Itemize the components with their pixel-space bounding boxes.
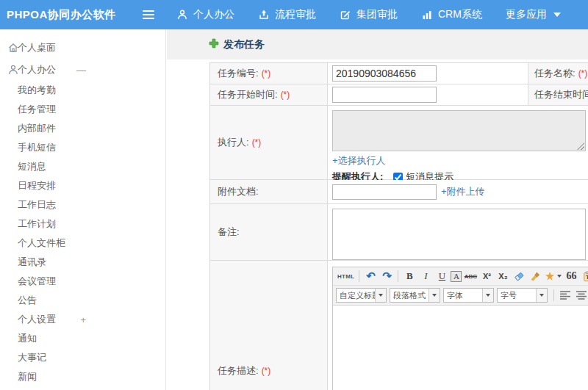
sidebar-item-memorabilia[interactable]: 大事记 — [0, 348, 165, 367]
nav-group-approval[interactable]: 集团审批 — [340, 8, 398, 21]
redo-button[interactable]: ↷ — [379, 269, 394, 284]
nav-flow-approval[interactable]: 流程审批 — [258, 8, 316, 21]
editor-toolbar: HTML ↶ ↷ B I U A ABC X² X₂ — [333, 267, 588, 306]
task-number-label: 任务编号:(*) — [210, 63, 328, 84]
nav-label: 流程审批 — [275, 8, 316, 21]
underline-button[interactable]: U — [434, 269, 449, 284]
font-size-select[interactable]: 字号 — [497, 288, 548, 303]
flow-approval-icon — [258, 9, 270, 21]
sidebar-item-notification[interactable]: 通知 — [0, 329, 165, 348]
rich-text-editor: HTML ↶ ↷ B I U A ABC X² X₂ — [332, 267, 588, 390]
form-row-attachment: 附件文档: +附件上传 — [210, 180, 588, 204]
sidebar-item-short-message[interactable]: 短消息 — [0, 157, 165, 176]
sidebar-item-task-management[interactable]: 任务管理 — [0, 100, 165, 119]
html-source-button[interactable]: HTML — [337, 269, 355, 284]
page-title: 发布任务 — [209, 38, 265, 51]
nav-crm-system[interactable]: CRM系统 — [421, 8, 482, 21]
text-border-button[interactable]: A — [451, 271, 462, 282]
form-row-executor: 执行人:(*) +选择执行人 提醒执行人: 短消息提示 — [210, 106, 588, 180]
undo-button[interactable]: ↶ — [363, 269, 378, 284]
executor-label: 执行人:(*) — [210, 106, 328, 179]
sidebar-item-news[interactable]: 新闻 — [0, 367, 165, 386]
caret-down-icon — [553, 12, 561, 17]
publish-task-form: 任务编号:(*) 任务名称:(*) 任务开始时间:(*) 任务结束时间:(*) — [209, 62, 588, 390]
menu-icon[interactable] — [143, 10, 154, 19]
description-label: 任务描述:(*) — [210, 261, 328, 390]
sidebar-item-schedule[interactable]: 日程安排 — [0, 176, 165, 195]
strikethrough-button[interactable]: ABC — [463, 269, 478, 284]
nav-label: 集团审批 — [356, 8, 398, 21]
executor-textarea[interactable] — [332, 110, 586, 151]
bold-button[interactable]: B — [402, 269, 417, 284]
nav-more-apps[interactable]: 更多应用 — [506, 8, 561, 21]
nav-label: 更多应用 — [506, 8, 547, 21]
heading-select[interactable]: 自定义标题 — [336, 288, 387, 303]
sidebar-item-announcement[interactable]: 公告 — [0, 291, 165, 310]
start-time-label: 任务开始时间:(*) — [210, 84, 328, 105]
choose-executor-link[interactable]: +选择执行人 — [332, 154, 386, 167]
user-icon — [7, 64, 19, 78]
sidebar-item-work-plan[interactable]: 工作计划 — [0, 214, 165, 234]
user-icon — [176, 9, 188, 21]
sidebar-item-mobile-sms[interactable]: 手机短信 — [0, 138, 165, 157]
sidebar-item-personal-settings[interactable]: 个人设置 + — [0, 310, 165, 329]
form-row-description: 任务描述:(*) HTML ↶ ↷ B I U A — [210, 261, 588, 390]
nav-label: CRM系统 — [438, 8, 482, 21]
sidebar-item-vote[interactable]: 投票 — [0, 386, 165, 390]
nav-personal-office[interactable]: 个人办公 — [176, 8, 234, 21]
sidebar-item-contacts[interactable]: 通讯录 — [0, 253, 165, 272]
blockquote-button[interactable]: 66 — [564, 269, 578, 284]
attachment-label: 附件文档: — [210, 180, 328, 203]
form-row-start-time: 任务开始时间:(*) 任务结束时间:(*) — [210, 84, 588, 106]
bar-chart-icon — [421, 9, 433, 21]
autotypeset-button[interactable] — [544, 269, 562, 284]
align-center-button[interactable] — [574, 288, 588, 303]
sidebar-item-my-attendance[interactable]: 我的考勤 — [0, 81, 165, 100]
sidebar-item-personal-file-cabinet[interactable]: 个人文件柜 — [0, 234, 165, 253]
nav-label: 个人办公 — [193, 8, 234, 21]
sidebar-item-personal-desktop[interactable]: 个人桌面 — [0, 37, 165, 59]
app-brand: PHPOA协同办公软件 — [0, 8, 118, 22]
task-number-input[interactable] — [332, 65, 437, 82]
main-content: 发布任务 任务编号:(*) 任务名称:(*) 任务开始时间:(*) — [167, 29, 588, 390]
remark-textarea[interactable] — [332, 209, 586, 260]
sidebar-item-internal-mail[interactable]: 内部邮件 — [0, 119, 165, 138]
expand-plus-icon[interactable]: + — [80, 314, 86, 325]
attachment-upload-link[interactable]: +附件上传 — [441, 185, 485, 198]
start-time-input[interactable] — [332, 87, 437, 103]
sidebar-item-personal-office[interactable]: 个人办公 — — [0, 59, 165, 81]
caret-down-icon — [557, 275, 562, 278]
compose-icon — [340, 9, 351, 21]
task-name-label: 任务名称:(*) — [528, 63, 588, 84]
remark-label: 备注: — [210, 204, 328, 260]
paragraph-select[interactable]: 段落格式 — [390, 288, 440, 303]
eraser-button[interactable] — [512, 269, 526, 284]
form-row-remark: 备注: — [210, 204, 588, 261]
attachment-input[interactable] — [332, 184, 437, 200]
superscript-button[interactable]: X² — [479, 269, 494, 284]
resize-grip[interactable] — [577, 142, 584, 150]
sidebar: 个人桌面 个人办公 — 我的考勤 任务管理 内部邮件 手机短信 短消息 日程安排… — [0, 29, 166, 390]
paste-text-button[interactable]: T — [580, 269, 588, 284]
topbar: PHPOA协同办公软件 个人办公 流程审批 集团审批 CRM系统 — [0, 0, 588, 29]
italic-button[interactable]: I — [418, 269, 433, 284]
add-plus-icon — [209, 38, 219, 51]
font-family-select[interactable]: 字体 — [443, 288, 494, 303]
format-brush-icon[interactable] — [528, 269, 542, 284]
sidebar-item-meeting-management[interactable]: 会议管理 — [0, 272, 165, 291]
end-time-label: 任务结束时间:(*) — [528, 84, 588, 105]
subscript-button[interactable]: X₂ — [495, 269, 510, 284]
align-left-button[interactable] — [558, 288, 573, 303]
collapse-minus-icon[interactable]: — — [76, 65, 86, 76]
home-icon — [7, 42, 19, 56]
editor-content-area[interactable] — [333, 306, 588, 390]
form-row-task-number: 任务编号:(*) 任务名称:(*) — [210, 63, 588, 84]
sidebar-item-work-log[interactable]: 工作日志 — [0, 195, 165, 214]
page-title-strip: 发布任务 — [167, 29, 588, 59]
top-navigation: 个人办公 流程审批 集团审批 CRM系统 更多应用 — [176, 8, 584, 21]
